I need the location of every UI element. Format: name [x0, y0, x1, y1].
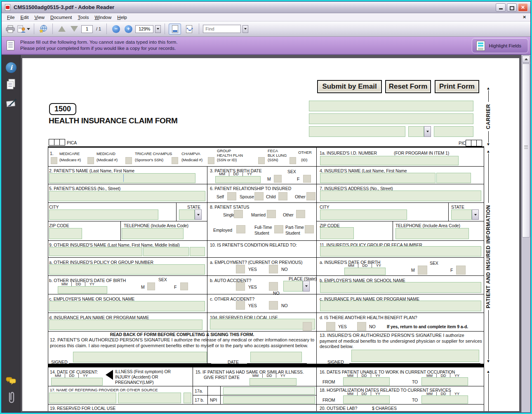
carrier-address-field[interactable] [309, 113, 473, 124]
status-parttime-checkbox[interactable] [305, 225, 314, 233]
status-married-checkbox[interactable] [267, 210, 276, 218]
insured-name-field[interactable] [320, 173, 435, 183]
group-health-checkbox[interactable] [208, 157, 214, 164]
insured-state-field[interactable] [451, 209, 472, 220]
menu-file[interactable]: File [4, 14, 18, 21]
scrolling-mode-button[interactable] [169, 24, 181, 35]
insured-employer-field[interactable] [320, 282, 481, 293]
comments-tab[interactable] [5, 375, 17, 387]
other-plan-field[interactable] [49, 320, 202, 330]
menubar-close-icon[interactable]: ✕ [523, 15, 526, 19]
insured-sex-female-checkbox[interactable] [456, 266, 466, 275]
other-accident-yes-checkbox[interactable] [236, 301, 245, 310]
feca-checkbox[interactable] [258, 157, 265, 164]
auto-accident-yes-checkbox[interactable] [236, 282, 245, 291]
zoom-out-button[interactable]: − [111, 23, 121, 35]
pica-left-boxes[interactable] [49, 139, 65, 146]
medicare-checkbox[interactable] [51, 157, 57, 164]
status-single-checkbox[interactable] [234, 210, 243, 218]
print-button[interactable] [5, 23, 16, 35]
patient-sign-date-field[interactable] [250, 352, 302, 362]
patient-city-field[interactable] [49, 209, 158, 220]
status-employed-checkbox[interactable] [236, 225, 245, 233]
date-of-current-field[interactable] [51, 378, 103, 386]
insured-phone-field[interactable] [395, 228, 469, 239]
accident-place-dropdown-button[interactable] [303, 281, 310, 292]
insured-state-dropdown-button[interactable] [472, 209, 479, 220]
employment-yes-checkbox[interactable] [236, 265, 245, 273]
patient-birthdate-field[interactable] [215, 176, 261, 183]
menu-help[interactable]: Help [114, 14, 130, 21]
relationship-child-checkbox[interactable] [278, 192, 287, 200]
reset-form-button[interactable]: Reset Form [385, 80, 431, 93]
previous-page-button[interactable] [56, 23, 67, 35]
other-insured-birthdate-field[interactable] [58, 286, 107, 294]
print-form-button[interactable]: Print Form [435, 80, 479, 93]
tricare-checkbox[interactable] [125, 157, 132, 164]
submit-by-email-button[interactable]: Submit by Email [317, 80, 382, 93]
insurance-plan-field[interactable] [320, 301, 481, 311]
work-from-field[interactable] [343, 377, 390, 386]
patient-zip-field[interactable] [49, 228, 82, 239]
export-dropdown-icon[interactable] [27, 28, 30, 30]
other-insured-female-checkbox[interactable] [180, 282, 188, 290]
insured-signature-field[interactable] [351, 350, 479, 362]
other-employer-field[interactable] [49, 301, 205, 311]
insured-address-field[interactable] [320, 191, 481, 201]
another-plan-no-checkbox[interactable] [357, 322, 366, 331]
insured-city-field[interactable] [320, 209, 407, 220]
other-insured-name-field2[interactable] [143, 247, 189, 256]
other-insured-mi-field[interactable] [190, 247, 205, 256]
carrier-name-field[interactable] [309, 101, 473, 111]
find-input[interactable] [203, 25, 241, 33]
menu-edit[interactable]: Edit [18, 14, 32, 21]
insured-birthdate-field[interactable] [344, 268, 386, 275]
status-other-checkbox[interactable] [296, 210, 305, 218]
insured-policy-field[interactable] [320, 246, 481, 256]
work-to-field[interactable] [421, 377, 468, 386]
another-plan-yes-checkbox[interactable] [326, 322, 335, 331]
relationship-spouse-checkbox[interactable] [254, 192, 264, 200]
insured-id-field[interactable] [320, 156, 459, 165]
reserved-local-field[interactable] [210, 319, 315, 329]
vertical-scrollbar[interactable] [521, 55, 530, 412]
other-insured-name-field[interactable] [49, 247, 142, 256]
patient-sex-female-checkbox[interactable] [303, 175, 311, 183]
medicaid-checkbox[interactable] [87, 157, 94, 164]
collaborate-button[interactable] [38, 23, 49, 35]
status-fulltime-checkbox[interactable] [274, 225, 283, 233]
scroll-up-button[interactable] [522, 56, 530, 63]
referring-provider-field2[interactable] [118, 393, 181, 403]
insured-zip-field[interactable] [320, 227, 354, 239]
insured-sex-male-checkbox[interactable] [418, 266, 427, 275]
patient-sex-male-checkbox[interactable] [274, 175, 282, 183]
scrollbar-thumb[interactable] [522, 64, 530, 238]
carrier-state-dropdown-button[interactable] [424, 126, 431, 137]
menu-view[interactable]: View [31, 14, 47, 21]
patient-signature-field[interactable] [73, 352, 207, 362]
hosp-to-field[interactable] [421, 395, 468, 404]
field-17b-npi-field[interactable] [223, 396, 315, 404]
hosp-from-field[interactable] [343, 395, 390, 404]
patient-state-dropdown-button[interactable] [195, 209, 202, 220]
menu-window[interactable]: Window [92, 14, 114, 21]
auto-accident-no-checkbox[interactable] [269, 282, 278, 291]
employment-no-checkbox[interactable] [269, 265, 278, 273]
zoom-in-button[interactable]: + [123, 23, 134, 35]
zoom-dropdown-button[interactable] [155, 25, 161, 33]
other-payer-checkbox[interactable] [290, 157, 296, 164]
attachments-tab[interactable] [5, 391, 17, 404]
signatures-tab[interactable] [5, 97, 17, 109]
other-insured-policy-field[interactable] [49, 264, 205, 275]
insured-name-field2[interactable] [436, 173, 471, 183]
patient-phone-field[interactable] [122, 228, 184, 239]
other-insured-male-checkbox[interactable] [147, 282, 155, 290]
highlight-fields-button[interactable]: Highlight Fields [472, 38, 528, 53]
pica-right-boxes[interactable] [466, 140, 482, 146]
export-button[interactable] [17, 23, 30, 35]
page-number-input[interactable] [81, 25, 93, 33]
zoom-level-input[interactable] [135, 25, 153, 33]
patient-name-field[interactable] [49, 173, 195, 183]
maximize-button[interactable] [507, 3, 517, 12]
find-dropdown-button[interactable] [242, 25, 248, 33]
